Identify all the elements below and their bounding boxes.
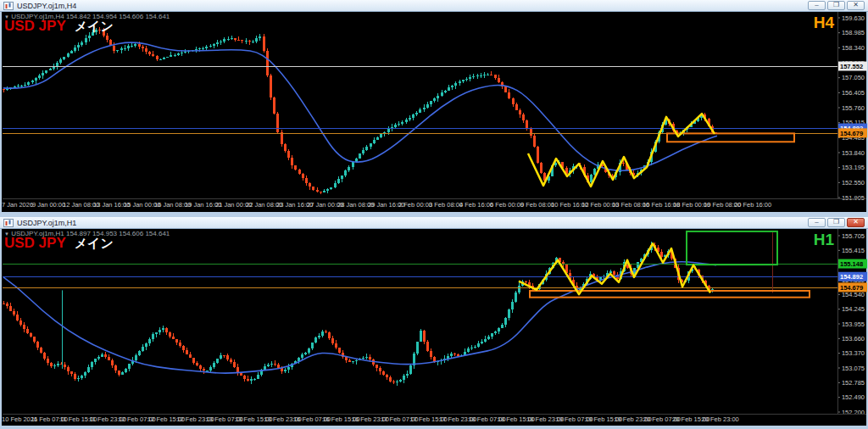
close-button[interactable]: ✕ [847, 1, 865, 10]
symbol-watermark-h4: USD JPYメイン [4, 18, 114, 35]
restore-button[interactable]: ❐ [827, 218, 845, 227]
window-title: USDJPY.oj1m,H4 [17, 2, 76, 10]
chart-canvas-h1[interactable] [2, 229, 866, 426]
titlebar-h4[interactable]: USDJPY.oj1m,H4 – ❐ ✕ [0, 0, 868, 12]
timeframe-label-h1: H1 [814, 231, 834, 249]
mode-label: メイン [75, 19, 114, 33]
close-button[interactable]: ✕ [847, 218, 865, 227]
symbol-name-label: USD JPY [4, 18, 66, 34]
chart-canvas-h4[interactable] [2, 12, 866, 212]
symbol-name-label: USD JPY [4, 235, 66, 251]
mode-label: メイン [75, 236, 114, 250]
restore-button[interactable]: ❐ [827, 1, 845, 10]
window-chart-icon [3, 2, 14, 10]
mt4-workspace: USDJPY.oj1m,H4 – ❐ ✕ ▼ USDJPY.oj1m,H4 15… [0, 0, 868, 429]
window-chart-icon [3, 219, 14, 227]
timeframe-label-h4: H4 [814, 14, 834, 32]
minimize-button[interactable]: – [808, 218, 826, 227]
window-title: USDJPY.oj1m,H1 [17, 219, 76, 227]
symbol-watermark-h1: USD JPYメイン [4, 235, 114, 252]
titlebar-h1[interactable]: USDJPY.oj1m,H1 – ❐ ✕ [0, 217, 868, 229]
minimize-button[interactable]: – [808, 1, 826, 10]
